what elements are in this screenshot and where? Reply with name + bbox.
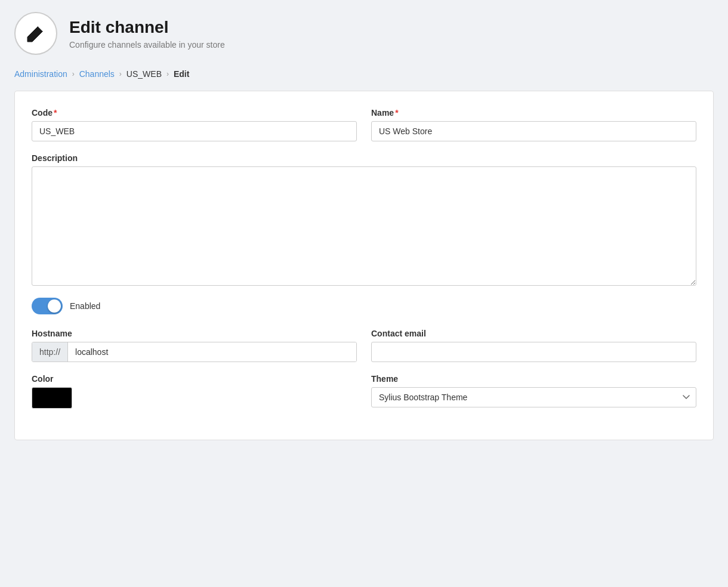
theme-group: Theme Sylius Bootstrap Theme	[371, 374, 696, 409]
breadcrumb-us-web: US_WEB	[127, 69, 162, 79]
description-group: Description	[32, 153, 696, 286]
code-required: *	[54, 108, 57, 118]
name-required: *	[395, 108, 398, 118]
code-label: Code*	[32, 108, 357, 118]
breadcrumb-edit: Edit	[174, 69, 189, 79]
theme-select[interactable]: Sylius Bootstrap Theme	[371, 387, 696, 407]
color-theme-row: Color Theme Sylius Bootstrap Theme	[32, 374, 696, 409]
color-picker-wrapper	[32, 387, 357, 409]
color-swatch[interactable]	[32, 387, 72, 409]
hostname-group: Hostname http://	[32, 329, 357, 362]
form-card: Code* Name* Description	[14, 91, 714, 440]
code-name-row: Code* Name*	[32, 108, 696, 141]
breadcrumb: Administration › Channels › US_WEB › Edi…	[14, 69, 714, 79]
contact-email-group: Contact email	[371, 329, 696, 362]
hostname-label: Hostname	[32, 329, 357, 338]
page-subtitle: Configure channels available in your sto…	[69, 40, 225, 50]
page-header: Edit channel Configure channels availabl…	[14, 12, 714, 55]
color-group: Color	[32, 374, 357, 409]
enabled-row: Enabled	[32, 298, 696, 314]
hostname-input[interactable]	[68, 342, 356, 362]
description-label: Description	[32, 153, 696, 163]
breadcrumb-channels[interactable]: Channels	[79, 69, 115, 79]
contact-email-label: Contact email	[371, 329, 696, 338]
hostname-input-group: http://	[32, 342, 357, 362]
name-label: Name*	[371, 108, 696, 118]
page-header-text: Edit channel Configure channels availabl…	[69, 17, 225, 50]
hostname-prefix: http://	[32, 342, 68, 362]
breadcrumb-sep-3: ›	[166, 70, 169, 78]
color-label: Color	[32, 374, 357, 384]
page-title: Edit channel	[69, 17, 225, 38]
enabled-label: Enabled	[70, 301, 100, 311]
description-input[interactable]	[32, 166, 696, 286]
name-input[interactable]	[371, 121, 696, 141]
breadcrumb-sep-2: ›	[119, 70, 122, 78]
code-group: Code*	[32, 108, 357, 141]
theme-label: Theme	[371, 374, 696, 384]
name-group: Name*	[371, 108, 696, 141]
page-icon	[14, 12, 57, 55]
edit-icon	[25, 23, 47, 44]
contact-email-input[interactable]	[371, 342, 696, 362]
breadcrumb-administration[interactable]: Administration	[14, 69, 67, 79]
toggle-slider	[32, 298, 63, 314]
breadcrumb-sep-1: ›	[72, 70, 75, 78]
description-row: Description	[32, 153, 696, 286]
hostname-email-row: Hostname http:// Contact email	[32, 329, 696, 362]
enabled-toggle[interactable]	[32, 298, 63, 314]
code-input[interactable]	[32, 121, 357, 141]
